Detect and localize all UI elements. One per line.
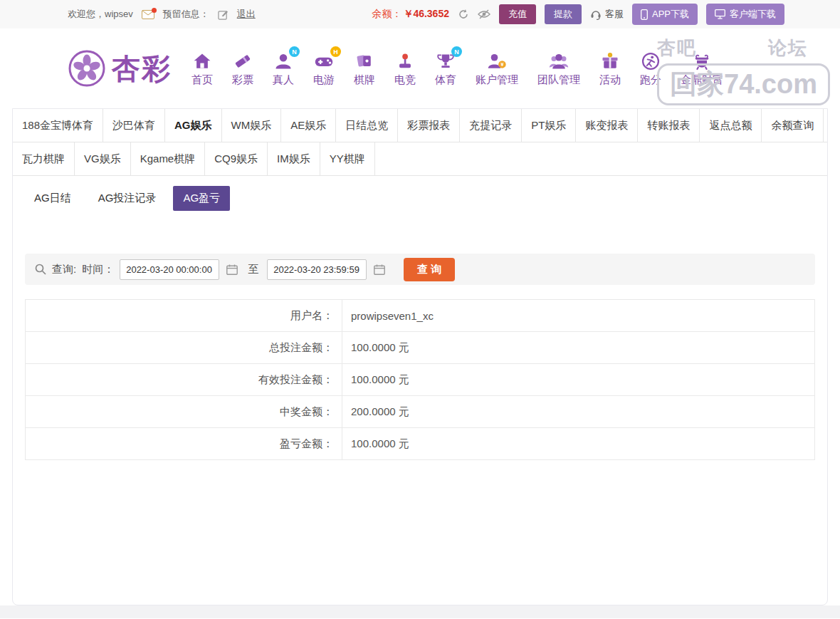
query-button[interactable]: 查 询 — [404, 258, 455, 281]
table-row: 用户名： prowipseven1_xc — [26, 300, 815, 332]
edit-icon[interactable] — [218, 9, 229, 20]
esports-icon — [395, 50, 415, 71]
badge-h: H — [330, 46, 341, 57]
row-label-valid-bet: 有效投注金额： — [26, 364, 342, 396]
account-manage-icon: ¥ — [486, 50, 508, 71]
nav-item-live[interactable]: N 真人 — [273, 50, 294, 87]
tab-account-change-report[interactable]: 账变报表 — [576, 109, 638, 142]
nav-label: 账户管理 — [476, 73, 518, 87]
tab-im-entertainment[interactable]: IM娱乐 — [268, 142, 320, 175]
egame-icon: H — [313, 50, 335, 71]
start-time-input[interactable] — [120, 259, 219, 280]
tab-ae-entertainment[interactable]: AE娱乐 — [281, 109, 336, 142]
row-label-profit-loss: 盈亏金额： — [26, 428, 342, 460]
page-bottom-strip — [0, 605, 840, 618]
subtab-ag-profit-loss[interactable]: AG盈亏 — [173, 186, 230, 211]
sports-trophy-icon: N — [436, 50, 456, 71]
subtab-ag-bet-record[interactable]: AG投注记录 — [88, 186, 167, 211]
team-manage-icon — [548, 50, 569, 71]
lottery-icon — [233, 50, 253, 71]
nav-item-activity[interactable]: 活动 — [599, 50, 621, 87]
nav-label: 团队管理 — [537, 73, 580, 87]
watermark-url: 回家74.com — [657, 63, 830, 105]
nav-item-esports[interactable]: 电竞 — [394, 50, 416, 87]
recharge-button[interactable]: 充值 — [499, 4, 536, 24]
chess-cards-icon — [355, 50, 374, 71]
refresh-icon[interactable] — [458, 9, 469, 20]
tab-balance-query[interactable]: 余额查询 — [762, 109, 824, 142]
customer-service-link[interactable]: 客服 — [590, 8, 624, 21]
nav-item-team-manage[interactable]: 团队管理 — [537, 50, 580, 87]
subtab-ag-daily[interactable]: AG日结 — [24, 186, 81, 211]
time-label: 时间： — [82, 263, 114, 276]
tab-deposit-withdraw-record[interactable]: 充提记录 — [460, 109, 522, 142]
mail-notification-dot — [152, 8, 157, 13]
nav-label: 体育 — [435, 73, 456, 87]
nav-label: 电竞 — [394, 73, 416, 87]
client-download-button[interactable]: 客户端下载 — [706, 4, 784, 25]
row-value-profit-loss: 100.0000 元 — [342, 428, 815, 460]
sub-tabs: AG日结 AG投注记录 AG盈亏 — [13, 176, 827, 217]
mail-icon[interactable] — [142, 10, 154, 19]
tab-row-2: 瓦力棋牌 VG娱乐 Kgame棋牌 CQ9娱乐 IM娱乐 YY棋牌 — [13, 142, 827, 176]
nav-item-chess[interactable]: 棋牌 — [354, 50, 375, 87]
tab-188jinbaobo-sports[interactable]: 188金宝博体育 — [13, 109, 103, 142]
table-row: 盈亏金额： 100.0000 元 — [26, 428, 815, 460]
nav-item-home[interactable]: 首页 — [191, 50, 213, 87]
nav-item-sports[interactable]: N 体育 — [435, 50, 456, 87]
withdraw-button[interactable]: 提款 — [545, 4, 582, 24]
tab-yy-chess[interactable]: YY棋牌 — [320, 142, 375, 175]
start-calendar-button[interactable] — [225, 264, 239, 275]
live-icon: N — [273, 50, 293, 71]
logout-link[interactable]: 退出 — [237, 8, 256, 21]
tab-pt-entertainment[interactable]: PT娱乐 — [522, 109, 576, 142]
nav-item-account-manage[interactable]: ¥ 账户管理 — [476, 50, 518, 87]
tab-vg-entertainment[interactable]: VG娱乐 — [75, 142, 131, 175]
tab-wali-chess[interactable]: 瓦力棋牌 — [13, 142, 75, 175]
tab-cq9-entertainment[interactable]: CQ9娱乐 — [205, 142, 268, 175]
row-value-win-amount: 200.0000 元 — [342, 396, 815, 428]
nav-label: 真人 — [273, 73, 294, 87]
end-time-input[interactable] — [267, 259, 367, 280]
flower-logo-icon — [68, 49, 106, 88]
row-label-total-bet: 总投注金额： — [26, 332, 342, 364]
brand-logo[interactable]: 杏彩 — [68, 49, 172, 88]
brand-name: 杏彩 — [112, 49, 172, 88]
balance-value: ￥46.3652 — [403, 8, 449, 21]
tab-ag-entertainment[interactable]: AG娱乐 — [165, 109, 222, 142]
search-bar: 查询: 时间： 至 查 询 — [25, 254, 815, 285]
table-row: 总投注金额： 100.0000 元 — [26, 332, 815, 364]
eye-hidden-icon[interactable] — [478, 9, 490, 19]
row-value-username: prowipseven1_xc — [342, 300, 815, 332]
reserved-info-label: 预留信息： — [163, 8, 209, 21]
client-download-label: 客户端下载 — [730, 8, 776, 21]
tab-transfer-report[interactable]: 转账报表 — [638, 109, 700, 142]
tab-shaba-sports[interactable]: 沙巴体育 — [103, 109, 165, 142]
badge-n: N — [451, 46, 462, 57]
row-value-valid-bet: 100.0000 元 — [342, 364, 815, 396]
nav-item-lottery[interactable]: 彩票 — [232, 50, 253, 87]
tab-rebate-total[interactable]: 返点总额 — [700, 109, 762, 142]
search-label: 查询: — [52, 263, 76, 276]
nav-label: 电游 — [313, 73, 335, 87]
nav-label: 活动 — [599, 73, 621, 87]
tab-lottery-report[interactable]: 彩票报表 — [398, 109, 460, 142]
watermark: 杏吧 论坛 回家74.com — [657, 36, 830, 105]
tab-kgame-chess[interactable]: Kgame棋牌 — [131, 142, 206, 175]
tab-row-1: 188金宝博体育 沙巴体育 AG娱乐 WM娱乐 AE娱乐 日结总览 彩票报表 充… — [13, 109, 827, 142]
main-nav: 首页 彩票 N 真人 H 电游 棋牌 — [191, 50, 723, 87]
app-download-button[interactable]: APP下载 — [632, 4, 698, 25]
end-calendar-button[interactable] — [372, 264, 387, 275]
tab-wm-entertainment[interactable]: WM娱乐 — [222, 109, 282, 142]
nav-item-egame[interactable]: H 电游 — [313, 50, 335, 87]
watermark-word1: 杏吧 — [657, 36, 697, 61]
row-value-total-bet: 100.0000 元 — [342, 332, 815, 364]
watermark-word2: 论坛 — [768, 36, 808, 61]
nav-label: 首页 — [191, 73, 213, 87]
tab-daily-summary[interactable]: 日结总览 — [336, 109, 398, 142]
nav-label: 棋牌 — [354, 73, 375, 87]
headset-icon — [590, 9, 602, 20]
topbar: 欢迎您，wipsev 预留信息： 退出 余额： ￥46.3652 充值 提款 客… — [0, 0, 840, 28]
calendar-icon — [374, 264, 385, 275]
monitor-icon — [715, 9, 725, 19]
